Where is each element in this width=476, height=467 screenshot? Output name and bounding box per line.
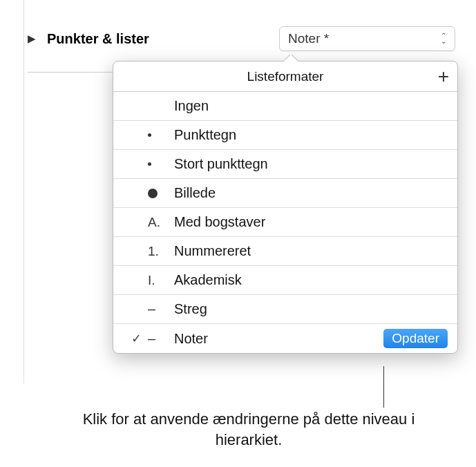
format-label: Punkttegn — [174, 127, 448, 143]
format-row[interactable]: –Streg — [113, 295, 457, 324]
list-formats-popover: Listeformater + IngenPunkttegnStort punk… — [113, 61, 458, 354]
popover-title: Listeformater — [247, 69, 324, 84]
list-style-dropdown[interactable]: Noter * ⌃ ⌄ — [279, 26, 455, 51]
format-row[interactable]: ✓–NoterOpdater — [113, 324, 457, 353]
format-row[interactable]: Ingen — [113, 92, 457, 121]
list-marker-icon: – — [146, 301, 174, 317]
list-marker-icon — [146, 133, 174, 137]
format-row[interactable]: Punkttegn — [113, 121, 457, 150]
disclosure-triangle-icon[interactable]: ▶ — [28, 32, 36, 45]
format-label: Stort punkttegn — [174, 156, 448, 172]
format-label: Billede — [174, 185, 448, 201]
format-label: Ingen — [174, 98, 448, 114]
list-marker-icon: 1. — [146, 244, 174, 259]
popover-arrow-icon — [285, 55, 298, 61]
list-marker-icon — [146, 162, 174, 166]
list-marker-icon: I. — [146, 273, 174, 288]
add-format-button[interactable]: + — [438, 66, 449, 88]
format-label: Nummereret — [174, 243, 448, 259]
checkmark-icon: ✓ — [126, 331, 146, 346]
format-label: Akademisk — [174, 272, 448, 288]
list-marker-icon: A. — [146, 215, 174, 230]
format-row[interactable]: 1.Nummereret — [113, 237, 457, 266]
list-marker-icon: – — [146, 331, 174, 347]
bullets-lists-label: Punkter & lister — [47, 31, 271, 47]
format-row[interactable]: I.Akademisk — [113, 266, 457, 295]
format-row[interactable]: Stort punkttegn — [113, 150, 457, 179]
panel-header: ▶ Punkter & lister Noter * ⌃ ⌄ — [0, 0, 476, 59]
format-label: Med bogstaver — [174, 214, 448, 230]
popover-header: Listeformater + — [113, 61, 457, 92]
format-label: Noter — [174, 331, 383, 347]
format-row[interactable]: Billede — [113, 179, 457, 208]
chevron-up-down-icon: ⌃ ⌄ — [441, 33, 446, 44]
dropdown-selected-value: Noter * — [288, 31, 329, 46]
format-list: IngenPunkttegnStort punkttegnBilledeA.Me… — [113, 92, 457, 353]
update-button[interactable]: Opdater — [383, 329, 448, 348]
callout-leader-line — [383, 366, 384, 408]
format-row[interactable]: A.Med bogstaver — [113, 208, 457, 237]
list-marker-icon — [146, 189, 174, 198]
callout-text: Klik for at anvende ændringerne på dette… — [62, 409, 435, 450]
format-label: Streg — [174, 301, 448, 317]
